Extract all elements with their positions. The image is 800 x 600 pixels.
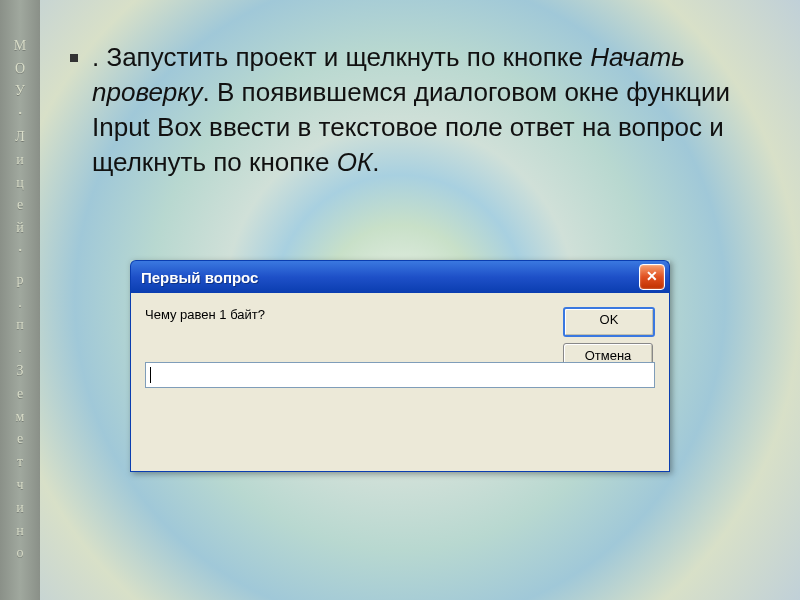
sidebar-char: о (17, 545, 24, 562)
sidebar-char: т (17, 454, 23, 471)
dialog-title: Первый вопрос (141, 269, 258, 286)
close-icon: ✕ (646, 268, 658, 284)
sidebar-char: м (16, 409, 25, 426)
sidebar-char: М (14, 38, 26, 55)
sidebar-char: п (16, 317, 24, 334)
sidebar-char: и (16, 152, 24, 169)
sidebar-char: Л (15, 129, 25, 146)
bullet-text: . Запустить проект и щелкнуть по кнопке … (92, 40, 750, 180)
slide-content: . Запустить проект и щелкнуть по кнопке … (70, 40, 750, 180)
sidebar-char: . (18, 295, 22, 312)
sidebar-char: и (16, 500, 24, 517)
bullet-marker-icon (70, 54, 78, 62)
sidebar-char: р (17, 272, 24, 289)
sidebar-char: й (16, 220, 24, 237)
sidebar-char: е (17, 431, 23, 448)
sidebar-char: . (18, 340, 22, 357)
close-button[interactable]: ✕ (639, 264, 665, 290)
inputbox-dialog: Первый вопрос ✕ Чему равен 1 байт? OK От… (130, 260, 670, 472)
text-fragment: . (92, 42, 106, 72)
sidebar-char: е (17, 386, 23, 403)
dialog-body: Чему равен 1 байт? OK Отмена (130, 293, 670, 472)
sidebar-char: е (17, 197, 23, 214)
text-fragment-italic: ОК (337, 147, 373, 177)
sidebar-vertical-label: М О У ・ Л и ц е й ・ р . п . З е м е т ч … (0, 0, 40, 600)
sidebar-char: н (16, 523, 24, 540)
sidebar-char: ч (16, 477, 23, 494)
text-caret-icon (150, 367, 151, 383)
answer-input[interactable] (145, 362, 655, 388)
bullet-item: . Запустить проект и щелкнуть по кнопке … (70, 40, 750, 180)
sidebar-char: З (16, 363, 23, 380)
sidebar-char: О (15, 61, 25, 78)
text-fragment: . (372, 147, 379, 177)
sidebar-char: ц (16, 175, 24, 192)
sidebar-char: ・ (13, 106, 27, 123)
sidebar-char: У (15, 83, 25, 100)
dialog-titlebar[interactable]: Первый вопрос ✕ (130, 260, 670, 293)
slide-root: М О У ・ Л и ц е й ・ р . п . З е м е т ч … (0, 0, 800, 600)
text-fragment: Запустить проект и щелкнуть по кнопке (106, 42, 590, 72)
sidebar-char: ・ (13, 243, 27, 260)
ok-button[interactable]: OK (563, 307, 655, 337)
